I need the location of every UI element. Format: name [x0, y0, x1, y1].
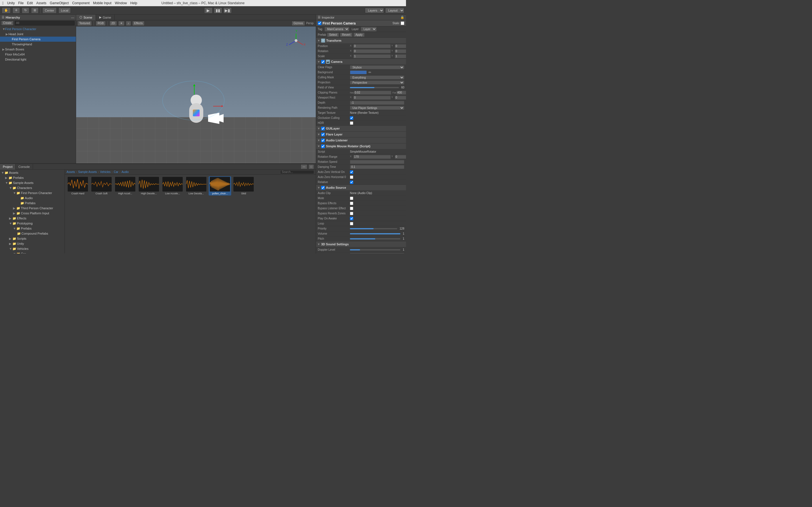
priority-slider[interactable] [350, 228, 397, 229]
ptree-proto-prefabs[interactable]: ▼ 📁 Prefabs [0, 226, 64, 231]
ptree-fp-prefabs[interactable]: 📁 Prefabs [0, 201, 64, 206]
background-color-swatch[interactable] [350, 70, 367, 74]
ptree-unity[interactable]: ▶ 📁 Unity [0, 241, 64, 246]
hierarchy-item-directional-light[interactable]: Directional light [0, 57, 76, 62]
asset-search-input[interactable] [280, 170, 314, 174]
mouse-rotator-header[interactable]: ▼ Simple Mouse Rotator (Script) [316, 144, 406, 149]
hierarchy-item-first-person-camera[interactable]: First Person Camera [0, 37, 76, 42]
move-tool-button[interactable]: ✛ [12, 7, 20, 13]
prefab-revert-button[interactable]: Revert [340, 33, 352, 37]
prefab-apply-button[interactable]: Apply [354, 33, 364, 37]
path-audio[interactable]: Audio [121, 170, 129, 173]
tag-dropdown[interactable]: MainCamera [324, 27, 349, 32]
ptree-fp-audio[interactable]: 📁 Audio [0, 195, 64, 201]
inspector-lock-icon[interactable]: 🔒 [400, 15, 404, 19]
lights-button[interactable]: ☀ [118, 21, 124, 26]
ptree-scripts[interactable]: ▶ 📁 Scripts [0, 236, 64, 241]
background-color-picker[interactable]: ✏ [368, 70, 371, 74]
apple-icon[interactable]:  [2, 1, 4, 5]
hierarchy-search-input[interactable] [15, 21, 75, 25]
path-car[interactable]: Car [114, 170, 118, 173]
asset-high-accel[interactable]: High Accel... [114, 176, 137, 195]
depth-input[interactable] [350, 101, 404, 105]
mouse-rotator-checkbox[interactable] [321, 145, 325, 148]
path-sample-assets[interactable]: Sample Assets [78, 170, 97, 173]
pause-button[interactable]: ▮▮ [214, 7, 222, 13]
audio-listener-header[interactable]: ▼ Audio Listener [316, 137, 406, 143]
range-y-input[interactable] [395, 155, 406, 159]
path-assets[interactable]: Assets [66, 170, 75, 173]
asset-pollen-choir[interactable]: pollen_choir... [209, 176, 231, 195]
bypass-listener-checkbox[interactable] [350, 207, 353, 210]
asset-low-accel[interactable]: Low Accele... [161, 176, 184, 195]
pos-y-input[interactable] [395, 44, 406, 48]
pitch-slider[interactable] [350, 238, 400, 239]
hierarchy-item-floor[interactable]: Floor 64x1x64 [0, 52, 76, 57]
doppler-slider[interactable] [350, 249, 400, 250]
camera-header[interactable]: ▼ 📷 Camera [316, 59, 406, 64]
occlusion-checkbox[interactable] [350, 116, 353, 120]
bypass-reverb-checkbox[interactable] [350, 212, 353, 215]
asset-skid[interactable]: Skid [232, 176, 255, 195]
menu-mobile-input[interactable]: Mobile Input [93, 1, 111, 5]
range-x-input[interactable] [353, 155, 391, 159]
rendering-path-dropdown[interactable]: Use Player Settings [350, 106, 404, 110]
rolloff-dropdown[interactable]: Logarithmic Rolloff [350, 253, 404, 254]
layer-dropdown[interactable]: Layer [361, 27, 377, 32]
ptree-third-person[interactable]: ▶ 📁 Third Person Character [0, 206, 64, 211]
rgb-button[interactable]: RGB [96, 21, 106, 26]
mute-checkbox[interactable] [350, 196, 353, 200]
ptree-first-person[interactable]: ▼ 📁 First Person Character [0, 190, 64, 195]
expand-bottom-button[interactable]: □ [308, 164, 314, 169]
gui-layer-checkbox[interactable] [321, 127, 325, 130]
ptree-car[interactable]: ▼ 📁 Car [0, 251, 64, 253]
fov-slider[interactable] [350, 87, 399, 88]
transform-header[interactable]: ▼ T Transform [316, 38, 406, 43]
audio-source-header[interactable]: ▼ Audio Source [316, 185, 406, 190]
rot-y-input[interactable] [395, 49, 406, 53]
ptree-sample-assets[interactable]: ▼ 📁 Sample Assets [0, 180, 64, 185]
hierarchy-create-button[interactable]: Create [1, 20, 13, 25]
menu-window[interactable]: Window [115, 1, 127, 5]
collapse-bottom-button[interactable]: — [301, 164, 307, 169]
damping-input[interactable] [350, 165, 404, 169]
speed-input[interactable] [350, 160, 404, 164]
flare-layer-checkbox[interactable] [321, 133, 325, 136]
tab-scene[interactable]: ⬡ Scene [76, 15, 96, 20]
scale-x-input[interactable] [353, 54, 391, 58]
menu-file[interactable]: File [18, 1, 23, 5]
prefab-select-button[interactable]: Select [327, 33, 339, 37]
menu-component[interactable]: Component [72, 1, 90, 5]
ptree-prototyping[interactable]: ▼ 📁 Prototyping [0, 221, 64, 226]
loop-checkbox[interactable] [350, 222, 353, 225]
center-button[interactable]: Center [42, 7, 57, 13]
ptree-cross-platform[interactable]: ▶ 📁 Cross Platform Input [0, 211, 64, 216]
gui-layer-header[interactable]: ▼ GUILayer [316, 126, 406, 131]
near-clip-input[interactable] [354, 91, 391, 95]
tab-project[interactable]: Project [0, 164, 15, 170]
audio-listener-checkbox[interactable] [321, 138, 325, 142]
culling-mask-dropdown[interactable]: Everything [350, 75, 404, 79]
audio-button[interactable]: ♪ [126, 21, 131, 26]
scale-y-input[interactable] [395, 54, 406, 58]
audio-source-checkbox[interactable] [321, 186, 325, 189]
bypass-effects-checkbox[interactable] [350, 202, 353, 205]
hierarchy-collapse[interactable]: — [71, 16, 74, 19]
rot-x-input[interactable] [353, 49, 391, 53]
projection-dropdown[interactable]: Perspective [350, 80, 404, 84]
menu-gameobject[interactable]: GameObject [50, 1, 69, 5]
play-button[interactable]: ▶ [204, 7, 213, 13]
camera-enabled-checkbox[interactable] [321, 60, 325, 64]
ptree-characters[interactable]: ▼ 📁 Characters [0, 185, 64, 190]
rotate-tool-button[interactable]: ↻ [22, 7, 29, 13]
2d-button[interactable]: 2D [109, 21, 117, 26]
auto-zero-h-checkbox[interactable] [350, 175, 353, 179]
asset-low-decel[interactable]: Low Decela... [185, 176, 207, 195]
local-button[interactable]: Local [58, 7, 71, 13]
hierarchy-item-head-joint[interactable]: ▶ Head Joint [0, 32, 76, 37]
hierarchy-item-smash-boxes[interactable]: ▶ Smash Boxes [0, 47, 76, 52]
hdr-checkbox[interactable] [350, 121, 353, 125]
layers-dropdown[interactable]: Layers [365, 8, 384, 13]
flare-layer-header[interactable]: ▼ Flare Layer [316, 131, 406, 137]
ptree-assets[interactable]: ▼ 📁 Assets [0, 170, 64, 175]
